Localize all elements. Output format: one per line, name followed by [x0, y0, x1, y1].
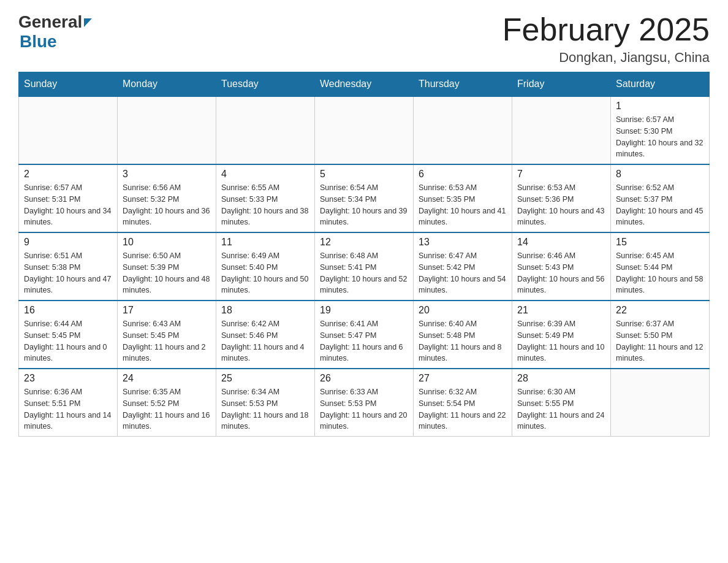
day-info: Sunrise: 6:54 AMSunset: 5:34 PMDaylight:…	[320, 182, 408, 228]
day-number: 28	[517, 373, 605, 384]
day-number: 22	[616, 305, 704, 316]
day-number: 16	[24, 305, 112, 316]
logo-bottom-row: Blue	[18, 32, 92, 52]
calendar-cell	[118, 96, 216, 164]
calendar-header-sunday: Sunday	[19, 72, 118, 97]
day-number: 12	[320, 237, 408, 248]
calendar-cell: 19Sunrise: 6:41 AMSunset: 5:47 PMDayligh…	[315, 301, 414, 369]
calendar-cell: 28Sunrise: 6:30 AMSunset: 5:55 PMDayligh…	[512, 369, 611, 437]
calendar-cell: 27Sunrise: 6:32 AMSunset: 5:54 PMDayligh…	[414, 369, 512, 437]
day-info: Sunrise: 6:50 AMSunset: 5:39 PMDaylight:…	[123, 250, 211, 296]
day-info: Sunrise: 6:51 AMSunset: 5:38 PMDaylight:…	[24, 250, 112, 296]
calendar-header-friday: Friday	[512, 72, 611, 97]
day-info: Sunrise: 6:57 AMSunset: 5:31 PMDaylight:…	[24, 182, 112, 228]
calendar-table: SundayMondayTuesdayWednesdayThursdayFrid…	[18, 72, 710, 437]
day-number: 3	[123, 169, 211, 180]
calendar-cell: 5Sunrise: 6:54 AMSunset: 5:34 PMDaylight…	[315, 164, 414, 232]
day-number: 25	[221, 373, 309, 384]
day-number: 13	[419, 237, 507, 248]
calendar-cell: 23Sunrise: 6:36 AMSunset: 5:51 PMDayligh…	[19, 369, 118, 437]
logo-blue-text: Blue	[20, 32, 57, 52]
calendar-cell: 10Sunrise: 6:50 AMSunset: 5:39 PMDayligh…	[118, 232, 216, 301]
calendar-week-row: 23Sunrise: 6:36 AMSunset: 5:51 PMDayligh…	[19, 369, 710, 437]
calendar-cell: 8Sunrise: 6:52 AMSunset: 5:37 PMDaylight…	[611, 164, 710, 232]
day-info: Sunrise: 6:36 AMSunset: 5:51 PMDaylight:…	[24, 386, 112, 432]
calendar-header-thursday: Thursday	[414, 72, 512, 97]
calendar-cell: 3Sunrise: 6:56 AMSunset: 5:32 PMDaylight…	[118, 164, 216, 232]
day-number: 5	[320, 169, 408, 180]
logo-top-row: General	[18, 12, 92, 32]
calendar-cell: 24Sunrise: 6:35 AMSunset: 5:52 PMDayligh…	[118, 369, 216, 437]
day-info: Sunrise: 6:41 AMSunset: 5:47 PMDaylight:…	[320, 318, 408, 364]
day-info: Sunrise: 6:49 AMSunset: 5:40 PMDaylight:…	[221, 250, 309, 296]
calendar-cell: 11Sunrise: 6:49 AMSunset: 5:40 PMDayligh…	[216, 232, 315, 301]
day-number: 10	[123, 237, 211, 248]
day-info: Sunrise: 6:53 AMSunset: 5:36 PMDaylight:…	[517, 182, 605, 228]
month-title: February 2025	[502, 12, 710, 47]
day-number: 8	[616, 169, 704, 180]
calendar-cell: 14Sunrise: 6:46 AMSunset: 5:43 PMDayligh…	[512, 232, 611, 301]
calendar-cell: 2Sunrise: 6:57 AMSunset: 5:31 PMDaylight…	[19, 164, 118, 232]
day-info: Sunrise: 6:44 AMSunset: 5:45 PMDaylight:…	[24, 318, 112, 364]
calendar-cell	[216, 96, 315, 164]
calendar-cell: 1Sunrise: 6:57 AMSunset: 5:30 PMDaylight…	[611, 96, 710, 164]
calendar-cell	[315, 96, 414, 164]
calendar-cell: 25Sunrise: 6:34 AMSunset: 5:53 PMDayligh…	[216, 369, 315, 437]
day-number: 17	[123, 305, 211, 316]
calendar-cell: 9Sunrise: 6:51 AMSunset: 5:38 PMDaylight…	[19, 232, 118, 301]
day-info: Sunrise: 6:47 AMSunset: 5:42 PMDaylight:…	[419, 250, 507, 296]
day-number: 4	[221, 169, 309, 180]
day-number: 7	[517, 169, 605, 180]
day-number: 6	[419, 169, 507, 180]
day-number: 15	[616, 237, 704, 248]
day-info: Sunrise: 6:35 AMSunset: 5:52 PMDaylight:…	[123, 386, 211, 432]
calendar-week-row: 9Sunrise: 6:51 AMSunset: 5:38 PMDaylight…	[19, 232, 710, 301]
calendar-cell: 17Sunrise: 6:43 AMSunset: 5:45 PMDayligh…	[118, 301, 216, 369]
day-info: Sunrise: 6:53 AMSunset: 5:35 PMDaylight:…	[419, 182, 507, 228]
logo-general-text: General	[18, 12, 82, 32]
logo: General Blue	[18, 12, 92, 52]
day-info: Sunrise: 6:42 AMSunset: 5:46 PMDaylight:…	[221, 318, 309, 364]
day-info: Sunrise: 6:45 AMSunset: 5:44 PMDaylight:…	[616, 250, 704, 296]
day-info: Sunrise: 6:52 AMSunset: 5:37 PMDaylight:…	[616, 182, 704, 228]
calendar-header-monday: Monday	[118, 72, 216, 97]
calendar-header-row: SundayMondayTuesdayWednesdayThursdayFrid…	[19, 72, 710, 97]
calendar-cell: 7Sunrise: 6:53 AMSunset: 5:36 PMDaylight…	[512, 164, 611, 232]
day-number: 9	[24, 237, 112, 248]
calendar-week-row: 16Sunrise: 6:44 AMSunset: 5:45 PMDayligh…	[19, 301, 710, 369]
location-title: Dongkan, Jiangsu, China	[502, 50, 710, 66]
day-info: Sunrise: 6:48 AMSunset: 5:41 PMDaylight:…	[320, 250, 408, 296]
day-number: 14	[517, 237, 605, 248]
calendar-header-wednesday: Wednesday	[315, 72, 414, 97]
calendar-cell: 20Sunrise: 6:40 AMSunset: 5:48 PMDayligh…	[414, 301, 512, 369]
calendar-cell: 6Sunrise: 6:53 AMSunset: 5:35 PMDaylight…	[414, 164, 512, 232]
calendar-cell	[611, 369, 710, 437]
calendar-week-row: 1Sunrise: 6:57 AMSunset: 5:30 PMDaylight…	[19, 96, 710, 164]
day-info: Sunrise: 6:34 AMSunset: 5:53 PMDaylight:…	[221, 386, 309, 432]
calendar-cell: 15Sunrise: 6:45 AMSunset: 5:44 PMDayligh…	[611, 232, 710, 301]
calendar-cell: 18Sunrise: 6:42 AMSunset: 5:46 PMDayligh…	[216, 301, 315, 369]
day-info: Sunrise: 6:30 AMSunset: 5:55 PMDaylight:…	[517, 386, 605, 432]
day-info: Sunrise: 6:39 AMSunset: 5:49 PMDaylight:…	[517, 318, 605, 364]
calendar-cell: 13Sunrise: 6:47 AMSunset: 5:42 PMDayligh…	[414, 232, 512, 301]
day-number: 24	[123, 373, 211, 384]
calendar-cell	[414, 96, 512, 164]
day-number: 2	[24, 169, 112, 180]
day-number: 23	[24, 373, 112, 384]
day-info: Sunrise: 6:46 AMSunset: 5:43 PMDaylight:…	[517, 250, 605, 296]
day-info: Sunrise: 6:37 AMSunset: 5:50 PMDaylight:…	[616, 318, 704, 364]
day-number: 21	[517, 305, 605, 316]
title-area: February 2025 Dongkan, Jiangsu, China	[502, 12, 710, 66]
calendar-week-row: 2Sunrise: 6:57 AMSunset: 5:31 PMDaylight…	[19, 164, 710, 232]
calendar-header-saturday: Saturday	[611, 72, 710, 97]
day-number: 11	[221, 237, 309, 248]
calendar-cell: 22Sunrise: 6:37 AMSunset: 5:50 PMDayligh…	[611, 301, 710, 369]
day-number: 1	[616, 101, 704, 112]
day-number: 19	[320, 305, 408, 316]
day-info: Sunrise: 6:55 AMSunset: 5:33 PMDaylight:…	[221, 182, 309, 228]
calendar-header-tuesday: Tuesday	[216, 72, 315, 97]
calendar-cell: 21Sunrise: 6:39 AMSunset: 5:49 PMDayligh…	[512, 301, 611, 369]
calendar-cell: 4Sunrise: 6:55 AMSunset: 5:33 PMDaylight…	[216, 164, 315, 232]
day-number: 18	[221, 305, 309, 316]
day-info: Sunrise: 6:57 AMSunset: 5:30 PMDaylight:…	[616, 114, 704, 160]
